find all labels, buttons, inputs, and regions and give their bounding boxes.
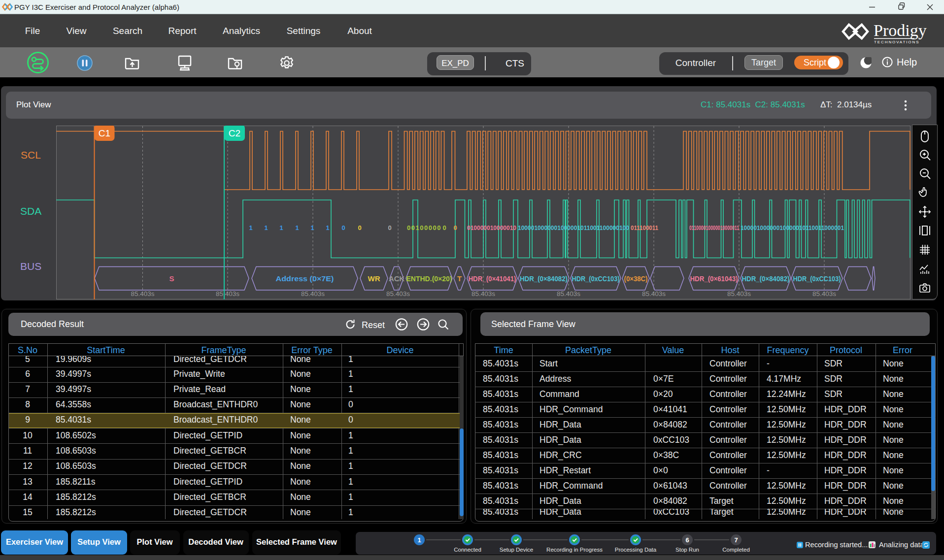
svg-text:Reset: Reset <box>362 320 385 330</box>
svg-text:Completed: Completed <box>722 547 750 553</box>
svg-text:Stop Run: Stop Run <box>675 547 699 553</box>
svg-text:Processing Data: Processing Data <box>615 547 657 553</box>
svg-text:Analizing data: Analizing data <box>879 541 925 549</box>
svg-text:1: 1 <box>417 536 421 544</box>
svg-text:7: 7 <box>734 536 738 544</box>
svg-text:Connected: Connected <box>454 547 481 553</box>
svg-text:Recording started...: Recording started... <box>805 541 868 549</box>
svg-text:Setup Device: Setup Device <box>500 547 533 553</box>
svg-text:6: 6 <box>685 536 689 544</box>
svg-text:Recording in Progress: Recording in Progress <box>546 547 603 553</box>
